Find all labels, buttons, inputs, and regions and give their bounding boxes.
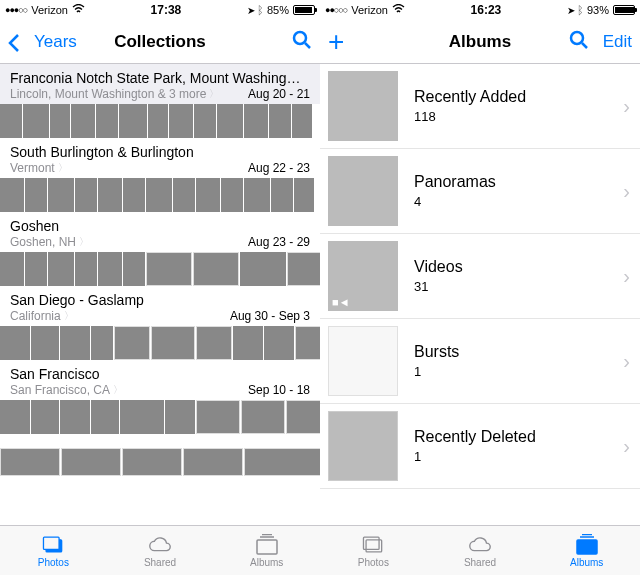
collection-item[interactable]: Franconia Notch State Park, Mount Washin…: [0, 64, 320, 138]
chevron-right-icon: 〉: [58, 161, 68, 175]
status-bar: ●●○○○ Verizon 16:23 ➤ ᛒ 93%: [320, 0, 640, 20]
album-row[interactable]: Bursts 1 ›: [320, 319, 640, 404]
svg-rect-3: [44, 537, 60, 549]
search-button[interactable]: [292, 30, 312, 54]
tab-shared[interactable]: Shared: [107, 526, 214, 575]
add-button[interactable]: +: [328, 28, 344, 56]
tab-shared[interactable]: Shared: [427, 526, 534, 575]
album-row[interactable]: Recently Deleted 1 ›: [320, 404, 640, 489]
chevron-right-icon: ›: [623, 95, 630, 118]
edit-button[interactable]: Edit: [603, 32, 632, 52]
tab-label: Shared: [464, 557, 496, 568]
collection-date: Aug 30 - Sep 3: [230, 309, 310, 323]
album-thumbnail: [328, 71, 398, 141]
collection-title: South Burlington & Burlington: [10, 144, 310, 160]
search-button[interactable]: [569, 30, 589, 54]
chevron-right-icon: 〉: [209, 87, 219, 101]
location-icon: ➤: [567, 5, 575, 16]
phone-collections: ●●●○○ Verizon 17:38 ➤ ᛒ 85% Years Collec…: [0, 0, 320, 575]
collection-item[interactable]: South Burlington & Burlington Vermont 〉 …: [0, 138, 320, 212]
chevron-right-icon: 〉: [64, 309, 74, 323]
battery-label: 93%: [587, 4, 609, 16]
collection-item[interactable]: San Francisco San Francisco, CA 〉 Sep 10…: [0, 360, 320, 476]
tab-label: Albums: [570, 557, 603, 568]
album-count: 1: [414, 364, 623, 379]
thumbnail-strip[interactable]: [0, 104, 320, 138]
collection-title: San Diego - Gaslamp: [10, 292, 310, 308]
carrier-label: Verizon: [31, 4, 68, 16]
thumbnail-strip[interactable]: [0, 400, 320, 434]
clock-label: 16:23: [405, 3, 567, 17]
svg-line-8: [582, 43, 587, 48]
thumbnail-strip[interactable]: [0, 178, 320, 212]
collection-subtitle: San Francisco, CA: [10, 383, 110, 397]
svg-point-7: [571, 32, 583, 44]
collection-item[interactable]: Goshen Goshen, NH 〉 Aug 23 - 29: [0, 212, 320, 286]
collection-subtitle: California: [10, 309, 61, 323]
wifi-icon: [392, 4, 405, 16]
album-name: Panoramas: [414, 173, 623, 191]
bluetooth-icon: ᛒ: [577, 4, 584, 16]
svg-rect-4: [257, 540, 277, 554]
carrier-label: Verizon: [351, 4, 388, 16]
tab-label: Albums: [250, 557, 283, 568]
albums-list[interactable]: Recently Added 118 › Panoramas 4 › ■◄ Vi…: [320, 64, 640, 525]
tab-label: Shared: [144, 557, 176, 568]
album-row[interactable]: ■◄ Videos 31 ›: [320, 234, 640, 319]
tab-albums[interactable]: Albums: [533, 526, 640, 575]
collection-title: Franconia Notch State Park, Mount Washin…: [10, 70, 310, 86]
album-name: Videos: [414, 258, 623, 276]
photos-icon: [360, 534, 386, 556]
album-name: Bursts: [414, 343, 623, 361]
battery-label: 85%: [267, 4, 289, 16]
tab-label: Photos: [38, 557, 69, 568]
album-count: 31: [414, 279, 623, 294]
tab-photos[interactable]: Photos: [320, 526, 427, 575]
photos-icon: [40, 534, 66, 556]
video-icon: ■◄: [332, 296, 350, 308]
album-row[interactable]: Panoramas 4 ›: [320, 149, 640, 234]
signal-dots: ●●●○○: [5, 5, 27, 15]
svg-point-0: [294, 32, 306, 44]
tab-photos[interactable]: Photos: [0, 526, 107, 575]
albums-icon: [574, 534, 600, 556]
thumbnail-strip[interactable]: [0, 448, 320, 476]
chevron-right-icon: ›: [623, 180, 630, 203]
collection-title: Goshen: [10, 218, 310, 234]
battery-icon: [293, 5, 315, 15]
album-row[interactable]: Recently Added 118 ›: [320, 64, 640, 149]
cloud-icon: [467, 534, 493, 556]
chevron-right-icon: 〉: [79, 235, 89, 249]
nav-bar: Years Collections: [0, 20, 320, 64]
collection-date: Aug 22 - 23: [248, 161, 310, 175]
collection-date: Aug 23 - 29: [248, 235, 310, 249]
album-name: Recently Added: [414, 88, 623, 106]
svg-line-1: [305, 43, 310, 48]
album-thumbnail: ■◄: [328, 241, 398, 311]
battery-icon: [613, 5, 635, 15]
signal-dots: ●●○○○: [325, 5, 347, 15]
collection-date: Aug 20 - 21: [248, 87, 310, 101]
phone-albums: ●●○○○ Verizon 16:23 ➤ ᛒ 93% + Albums Edi…: [320, 0, 640, 575]
location-icon: ➤: [247, 5, 255, 16]
thumbnail-strip[interactable]: [0, 326, 320, 360]
tab-bar: Photos Shared Albums: [0, 525, 320, 575]
album-count: 118: [414, 109, 623, 124]
album-count: 4: [414, 194, 623, 209]
collection-item[interactable]: San Diego - Gaslamp California 〉 Aug 30 …: [0, 286, 320, 360]
back-chevron-icon[interactable]: [8, 33, 20, 51]
tab-albums[interactable]: Albums: [213, 526, 320, 575]
chevron-right-icon: ›: [623, 350, 630, 373]
chevron-right-icon: 〉: [113, 383, 123, 397]
collections-list[interactable]: Franconia Notch State Park, Mount Washin…: [0, 64, 320, 525]
status-bar: ●●●○○ Verizon 17:38 ➤ ᛒ 85%: [0, 0, 320, 20]
tab-label: Photos: [358, 557, 389, 568]
collection-title: San Francisco: [10, 366, 310, 382]
thumbnail-strip[interactable]: [0, 252, 320, 286]
chevron-right-icon: ›: [623, 435, 630, 458]
tab-bar: Photos Shared Albums: [320, 525, 640, 575]
back-button[interactable]: Years: [34, 32, 77, 52]
album-thumbnail: [328, 411, 398, 481]
wifi-icon: [72, 4, 85, 16]
cloud-icon: [147, 534, 173, 556]
